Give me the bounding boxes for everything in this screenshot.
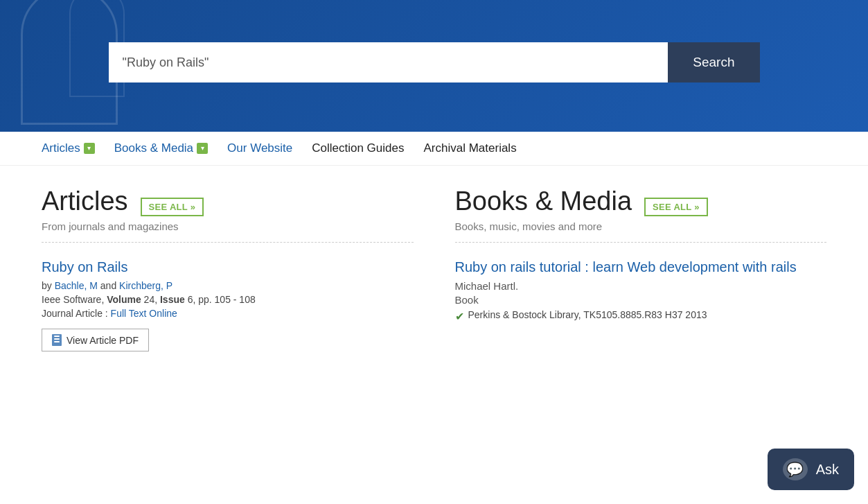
books-caret-icon: ▾: [197, 143, 208, 154]
nav-label-archival-materials: Archival Materials: [424, 141, 517, 155]
articles-title: Articles: [42, 186, 128, 216]
search-button[interactable]: Search: [668, 42, 759, 82]
pdf-icon: [52, 334, 62, 346]
article-full-text-link[interactable]: Full Text Online: [111, 308, 177, 319]
books-see-all-button[interactable]: SEE ALL »: [644, 198, 708, 216]
book-availability: ✔ Perkins & Bostock Library, TK5105.8885…: [455, 309, 827, 323]
articles-caret-icon: ▾: [84, 143, 95, 154]
article-volume: 24,: [144, 294, 157, 305]
view-article-pdf-button[interactable]: View Article PDF: [42, 329, 149, 351]
book-author: Michael Hartl.: [455, 280, 827, 292]
book-title-link[interactable]: Ruby on rails tutorial : learn Web devel…: [455, 258, 827, 276]
availability-text: Perkins & Bostock Library, TK5105.8885.R…: [468, 309, 707, 320]
article-journal: Ieee Software,: [42, 294, 104, 305]
article-author1-link[interactable]: Bachle, M: [55, 280, 98, 291]
article-issue: 6, pp. 105 - 108: [188, 294, 256, 305]
article-by-prefix: by: [42, 280, 55, 291]
nav-item-our-website[interactable]: Our Website: [227, 141, 292, 155]
article-type-label: Journal Article :: [42, 308, 111, 319]
article-issue-label: Issue: [160, 294, 185, 305]
books-divider: [455, 242, 827, 243]
article-author-join: and: [98, 280, 119, 291]
articles-header: Articles SEE ALL »: [42, 186, 414, 216]
search-input[interactable]: [109, 42, 668, 82]
nav-item-articles[interactable]: Articles ▾: [42, 141, 95, 155]
nav-item-archival-materials[interactable]: Archival Materials: [424, 141, 517, 155]
article-title-link[interactable]: Ruby on Rails: [42, 258, 414, 276]
nav-label-books-media: Books & Media: [114, 141, 193, 155]
articles-divider: [42, 242, 414, 243]
article-type: Journal Article : Full Text Online: [42, 308, 414, 319]
article-volume-label: Volume: [107, 294, 141, 305]
nav-label-articles: Articles: [42, 141, 80, 155]
hero-section: Search: [0, 0, 868, 132]
nav-item-collection-guides[interactable]: Collection Guides: [312, 141, 404, 155]
article-author2-link[interactable]: Kirchberg, P: [119, 280, 172, 291]
article-detail: Ieee Software, Volume 24, Issue 6, pp. 1…: [42, 294, 414, 305]
search-bar: Search: [109, 42, 760, 82]
main-nav: Articles ▾ Books & Media ▾ Our Website C…: [0, 132, 868, 166]
books-subtitle: Books, music, movies and more: [455, 220, 827, 232]
books-header: Books & Media SEE ALL »: [455, 186, 827, 216]
articles-column: Articles SEE ALL » From journals and mag…: [42, 186, 414, 351]
books-column: Books & Media SEE ALL » Books, music, mo…: [455, 186, 827, 351]
nav-label-our-website: Our Website: [227, 141, 292, 155]
articles-see-all-button[interactable]: SEE ALL »: [141, 198, 204, 216]
articles-subtitle: From journals and magazines: [42, 220, 414, 232]
main-content: Articles SEE ALL » From journals and mag…: [0, 166, 868, 379]
book-type: Book: [455, 294, 827, 306]
pdf-button-label: View Article PDF: [67, 335, 139, 346]
availability-check-icon: ✔: [455, 310, 464, 323]
article-authors: by Bachle, M and Kirchberg, P: [42, 280, 414, 291]
books-title: Books & Media: [455, 186, 632, 216]
nav-label-collection-guides: Collection Guides: [312, 141, 404, 155]
nav-item-books-media[interactable]: Books & Media ▾: [114, 141, 208, 155]
